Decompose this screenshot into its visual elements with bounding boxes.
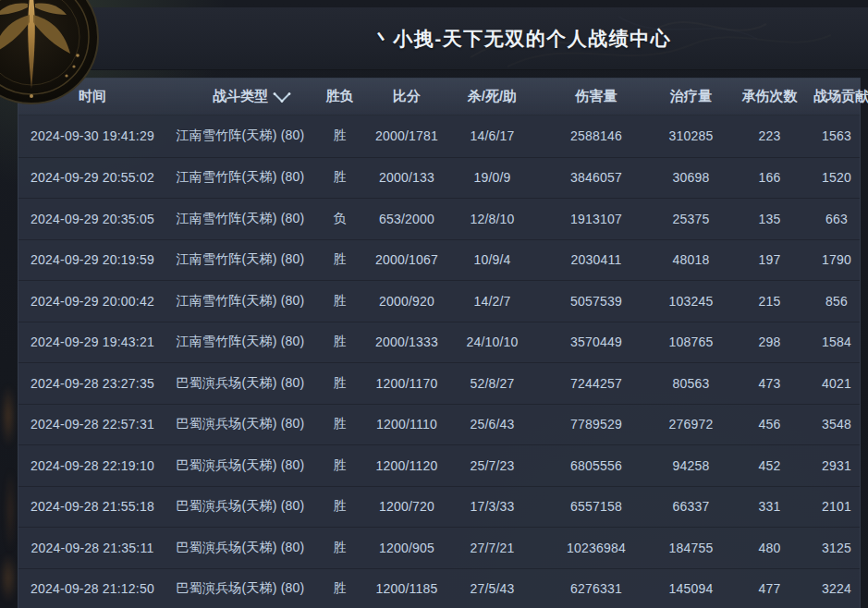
table-row: 2024-09-29 20:00:42 江南雪竹阵(天梯) (80) 胜 200… xyxy=(18,280,860,322)
cell-healing: 30698 xyxy=(656,170,726,185)
faction-emblem-icon xyxy=(0,0,102,107)
cell-hits-taken: 298 xyxy=(726,334,813,349)
table-row: 2024-09-29 19:43:21 江南雪竹阵(天梯) (80) 胜 200… xyxy=(18,322,860,363)
cell-result: 胜 xyxy=(314,251,365,268)
cell-battle-type: 江南雪竹阵(天梯) (80) xyxy=(166,169,314,186)
cell-time: 2024-09-29 20:00:42 xyxy=(18,294,166,309)
col-header-battle-type-label: 战斗类型 xyxy=(213,88,268,103)
cell-battle-type: 巴蜀演兵场(天梯) (80) xyxy=(166,457,314,474)
cell-result: 胜 xyxy=(314,375,365,392)
cell-kda: 14/2/7 xyxy=(448,294,536,309)
table-row: 2024-09-29 20:19:59 江南雪竹阵(天梯) (80) 胜 200… xyxy=(18,239,860,281)
col-header-damage: 伤害量 xyxy=(536,88,656,105)
cell-healing: 276972 xyxy=(656,417,726,432)
col-header-kda: 杀/死/助 xyxy=(448,88,536,105)
cell-healing: 108765 xyxy=(656,334,726,349)
col-header-contribution: 战场贡献 xyxy=(813,88,868,105)
table-row: 2024-09-28 21:55:18 巴蜀演兵场(天梯) (80) 胜 120… xyxy=(18,486,860,528)
cell-time: 2024-09-29 19:43:21 xyxy=(18,334,166,349)
cell-hits-taken: 135 xyxy=(726,212,813,226)
cell-damage: 7789529 xyxy=(536,417,656,432)
cell-kda: 10/9/4 xyxy=(448,252,536,267)
cell-time: 2024-09-29 20:55:02 xyxy=(18,170,166,185)
cell-score: 2000/1333 xyxy=(365,334,448,349)
table-row: 2024-09-28 21:12:50 巴蜀演兵场(天梯) (80) 胜 120… xyxy=(18,568,860,608)
col-header-battle-type[interactable]: 战斗类型 xyxy=(166,88,314,105)
cell-damage: 6276331 xyxy=(536,581,656,596)
cell-damage: 6805556 xyxy=(536,458,656,473)
cell-damage: 2588146 xyxy=(536,128,656,143)
cell-result: 胜 xyxy=(314,540,365,556)
cell-battle-type: 江南雪竹阵(天梯) (80) xyxy=(166,251,314,268)
background-ember xyxy=(6,467,15,554)
cell-damage: 10236984 xyxy=(536,541,656,555)
cell-kda: 12/8/10 xyxy=(448,212,536,226)
cell-damage: 3846057 xyxy=(536,170,656,185)
cell-result: 负 xyxy=(314,211,365,227)
background-ember xyxy=(0,553,17,603)
table-row: 2024-09-30 19:41:29 江南雪竹阵(天梯) (80) 胜 200… xyxy=(18,116,860,157)
cell-hits-taken: 215 xyxy=(726,294,813,309)
table-row: 2024-09-29 20:55:02 江南雪竹阵(天梯) (80) 胜 200… xyxy=(18,157,860,199)
cell-hits-taken: 473 xyxy=(726,376,813,391)
cell-contribution: 3125 xyxy=(813,541,860,555)
cell-time: 2024-09-30 19:41:29 xyxy=(18,128,166,143)
cell-battle-type: 巴蜀演兵场(天梯) (80) xyxy=(166,540,314,556)
cell-kda: 24/10/10 xyxy=(448,334,536,349)
table-row: 2024-09-28 22:19:10 巴蜀演兵场(天梯) (80) 胜 120… xyxy=(18,444,860,486)
cell-battle-type: 巴蜀演兵场(天梯) (80) xyxy=(166,416,314,432)
cell-hits-taken: 456 xyxy=(726,417,813,432)
cell-healing: 66337 xyxy=(656,499,726,514)
cell-healing: 145094 xyxy=(656,581,726,596)
cell-time: 2024-09-28 22:57:31 xyxy=(18,417,166,432)
cell-contribution: 1563 xyxy=(813,128,860,143)
cell-time: 2024-09-29 20:35:05 xyxy=(18,212,166,226)
cell-healing: 184755 xyxy=(656,541,726,555)
cell-result: 胜 xyxy=(314,416,365,432)
cell-kda: 14/6/17 xyxy=(448,128,536,143)
cell-damage: 3570449 xyxy=(536,334,656,349)
cell-result: 胜 xyxy=(314,128,365,144)
cell-result: 胜 xyxy=(314,334,365,350)
table-row: 2024-09-29 20:35:05 江南雪竹阵(天梯) (80) 负 653… xyxy=(18,198,860,239)
cell-contribution: 3548 xyxy=(813,417,860,432)
cell-contribution: 856 xyxy=(813,294,860,309)
table-row: 2024-09-28 22:57:31 巴蜀演兵场(天梯) (80) 胜 120… xyxy=(18,404,860,445)
cell-hits-taken: 166 xyxy=(726,170,813,185)
cell-hits-taken: 197 xyxy=(726,252,813,267)
cell-score: 2000/1067 xyxy=(365,252,448,267)
cell-battle-type: 江南雪竹阵(天梯) (80) xyxy=(166,334,314,350)
cell-hits-taken: 452 xyxy=(726,458,813,473)
cell-score: 1200/1170 xyxy=(365,376,448,391)
battle-records-table: 时间 战斗类型 胜负 比分 杀/死/助 伤害量 治疗量 承伤次数 战场贡献 20… xyxy=(18,78,861,608)
chevron-down-icon[interactable] xyxy=(272,91,292,103)
cell-result: 胜 xyxy=(314,293,365,310)
cell-kda: 52/8/27 xyxy=(448,376,536,391)
background-ember xyxy=(2,383,15,448)
table-row: 2024-09-28 23:27:35 巴蜀演兵场(天梯) (80) 胜 120… xyxy=(18,362,860,404)
titlebar-decoration xyxy=(452,7,840,70)
table-header: 时间 战斗类型 胜负 比分 杀/死/助 伤害量 治疗量 承伤次数 战场贡献 xyxy=(18,79,860,116)
cell-contribution: 1790 xyxy=(813,252,860,267)
cell-battle-type: 江南雪竹阵(天梯) (80) xyxy=(166,293,314,310)
cell-damage: 6557158 xyxy=(536,499,656,514)
cell-time: 2024-09-28 23:27:35 xyxy=(18,376,166,391)
cell-hits-taken: 480 xyxy=(726,541,813,555)
cell-damage: 2030411 xyxy=(536,252,656,267)
cell-kda: 27/7/21 xyxy=(448,541,536,555)
cell-score: 1200/1120 xyxy=(365,458,448,473)
cell-time: 2024-09-28 21:55:18 xyxy=(18,499,166,514)
cell-damage: 1913107 xyxy=(536,212,656,226)
cell-healing: 80563 xyxy=(656,376,726,391)
cell-battle-type: 江南雪竹阵(天梯) (80) xyxy=(166,128,314,144)
cell-healing: 310285 xyxy=(656,128,726,143)
cell-contribution: 663 xyxy=(813,212,860,226)
cell-time: 2024-09-29 20:19:59 xyxy=(18,252,166,267)
cell-score: 653/2000 xyxy=(365,212,448,226)
cell-result: 胜 xyxy=(314,169,365,186)
cell-kda: 19/0/9 xyxy=(448,170,536,185)
cell-contribution: 4021 xyxy=(813,376,860,391)
cell-kda: 17/3/33 xyxy=(448,499,536,514)
cell-damage: 7244257 xyxy=(536,376,656,391)
cell-time: 2024-09-28 21:12:50 xyxy=(18,581,166,596)
